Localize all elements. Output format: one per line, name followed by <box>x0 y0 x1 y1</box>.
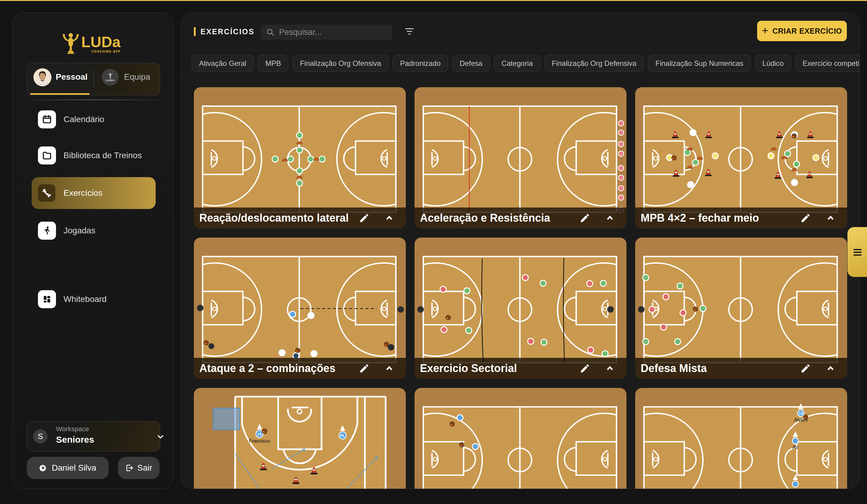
svg-text:Francisco: Francisco <box>249 438 270 443</box>
svg-text:AV: AV <box>792 445 798 450</box>
svg-text:PL: PL <box>340 433 345 438</box>
svg-text:10: 10 <box>257 432 261 436</box>
svg-text:10: 10 <box>799 411 803 416</box>
